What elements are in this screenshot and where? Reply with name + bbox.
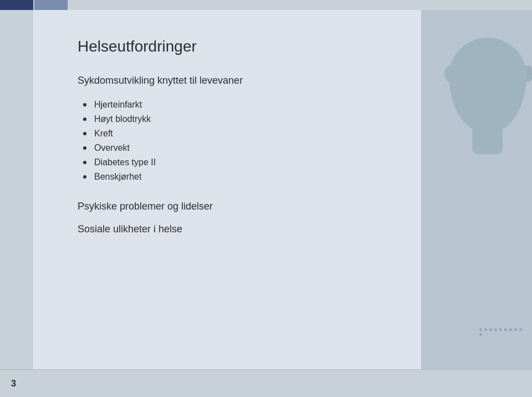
dot [514, 328, 517, 331]
face-shape [449, 38, 526, 132]
list-item: Høyt blodtrykk [83, 112, 388, 126]
list-item: Benskjørhet [83, 170, 388, 184]
bullet-dot [83, 161, 86, 164]
section2-text: Sosiale ulikheter i helse [78, 223, 388, 235]
list-item: Overvekt [83, 141, 388, 155]
bullet-dot [83, 175, 86, 179]
section1-text: Psykiske problemer og lidelser [78, 201, 388, 212]
list-item: Kreft [83, 126, 388, 141]
slide-subtitle: Sykdomsutvikling knyttet til levevaner [78, 75, 388, 86]
dot [479, 328, 482, 331]
dot [519, 328, 522, 331]
main-content-area: Helseutfordringer Sykdomsutvikling knytt… [33, 10, 421, 369]
right-decoration [421, 10, 532, 369]
slide-container: Helseutfordringer Sykdomsutvikling knytt… [0, 0, 532, 397]
dot [509, 328, 512, 331]
bullet-dot [83, 118, 86, 121]
top-bar [0, 0, 532, 10]
dot [504, 328, 507, 331]
slide-title: Helseutfordringer [78, 38, 388, 55]
dot [479, 333, 482, 336]
bullet-dot [83, 103, 86, 106]
list-item: Diabetes type II [83, 155, 388, 170]
left-accent [0, 10, 33, 369]
list-item: Hjerteinfarkt [83, 98, 388, 112]
dot [499, 328, 502, 331]
dot [494, 328, 497, 331]
bottom-bar: 3 [0, 369, 532, 397]
bullet-list: Hjerteinfarkt Høyt blodtrykk Kreft Overv… [83, 98, 388, 184]
bullet-dot [83, 146, 86, 150]
top-square-dark [0, 0, 33, 10]
dot [484, 328, 487, 331]
face-silhouette [438, 27, 532, 182]
smile-dots-decoration [479, 328, 524, 336]
page-number: 3 [11, 379, 16, 389]
neck-shape [472, 121, 503, 154]
top-square-medium [34, 0, 68, 10]
dot [489, 328, 492, 331]
bullet-dot [83, 132, 86, 135]
